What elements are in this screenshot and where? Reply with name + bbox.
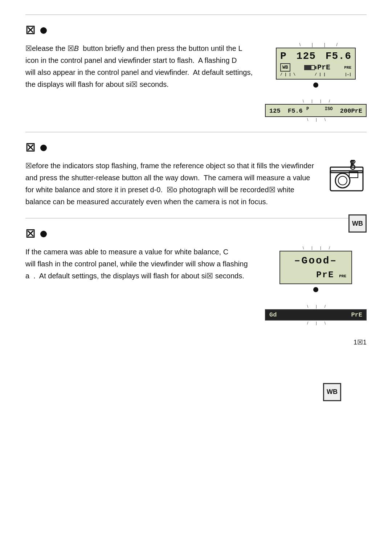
tick-marks-good-top: \ | | / — [279, 246, 352, 250]
section-1-content: ☒elease the ☒B button briefly and then p… — [25, 43, 367, 122]
bullet-3 — [40, 231, 47, 237]
wb-icon-lcd: WB — [280, 63, 290, 72]
tick-marks-vf-good-bot: / | \ — [265, 321, 367, 325]
lcd-top-row: P 125 F5.6 — [280, 51, 351, 62]
section-2-images: WB — [327, 160, 367, 193]
battery-icon — [304, 65, 315, 70]
viewfinder-1: 125 F5.6 P ISO 200PrE — [265, 104, 367, 117]
step-3-icon: ☒ — [25, 229, 35, 239]
section-1-images: \ | | / P 125 F5.6 WB — [265, 43, 367, 122]
section-3-images: \ | | / –Good– PrE PRE \ | / — [265, 246, 367, 325]
vf-left: 125 F5.6 P — [269, 106, 309, 114]
wb-label: WB — [327, 388, 338, 396]
page: ☒ ☒elease the ☒B button briefly and then… — [0, 0, 392, 357]
lcd-shutter: 125 — [297, 51, 316, 62]
step-2-icon: ☒ — [25, 142, 35, 153]
section-2-content: ☒efore the indicators stop flashing, fra… — [25, 160, 367, 208]
section-1: ☒ ☒elease the ☒B button briefly and then… — [25, 15, 367, 132]
viewfinder-good: Gd PrE — [265, 309, 367, 321]
lcd-pre-text: PrE — [317, 63, 330, 72]
bullet-dot-good — [313, 287, 318, 292]
tick-marks-top: \ | | / — [276, 43, 356, 47]
svg-point-3 — [335, 173, 350, 188]
svg-point-4 — [338, 176, 347, 185]
section-2-header: ☒ — [25, 142, 367, 153]
bullet-2 — [40, 145, 47, 151]
pre-badge-2: PRE — [339, 274, 346, 278]
lcd-panel-1: P 125 F5.6 WB PrE PRE — [276, 48, 356, 80]
wb-side-button[interactable]: WB — [348, 214, 367, 233]
step-1-icon: ☒ — [25, 25, 35, 36]
section-3-header: ☒ — [25, 229, 367, 239]
lcd-bottom-ticks: / | | \ / | | |–| — [280, 73, 351, 77]
section-3-content: If the camera was able to measure a valu… — [25, 246, 367, 325]
good-main-text: –Good– — [285, 255, 346, 266]
section-3: ☒ If the camera was able to measure a va… — [25, 218, 367, 335]
section-1-header: ☒ — [25, 25, 367, 36]
wb-button[interactable]: WB — [323, 383, 341, 401]
tick-marks-vf1-bot: \ | \ — [265, 118, 367, 122]
good-display: –Good– PrE PRE — [279, 251, 352, 284]
good-pre-row: PrE PRE — [285, 270, 346, 280]
tick-marks-vf-good-top: \ | / — [265, 305, 367, 309]
pre-badge-1: PRE — [344, 65, 351, 70]
shutter-press-icon — [327, 160, 367, 193]
wb-side-label: WB — [352, 220, 363, 227]
section-1-text: ☒elease the ☒B button briefly and then p… — [25, 43, 254, 90]
section-2-text: ☒efore the indicators stop flashing, fra… — [25, 160, 316, 208]
bullet-1 — [40, 27, 47, 34]
bullet-dot-lcd — [313, 82, 318, 88]
vf-good-left: Gd — [269, 311, 277, 318]
lcd-p: P — [280, 51, 287, 62]
tick-marks-vf1: \ | | / — [265, 99, 367, 103]
lcd-aperture: F5.6 — [326, 51, 351, 62]
vf-good-right: PrE — [351, 311, 362, 318]
section-2: ☒ ☒efore the indicators stop flashing, f… — [25, 132, 367, 218]
vf-right: ISO 200PrE — [325, 106, 362, 114]
good-pre-text: PrE — [316, 270, 334, 280]
section-3-text: If the camera was able to measure a valu… — [25, 246, 254, 282]
page-number: 1☒1 — [354, 338, 367, 346]
